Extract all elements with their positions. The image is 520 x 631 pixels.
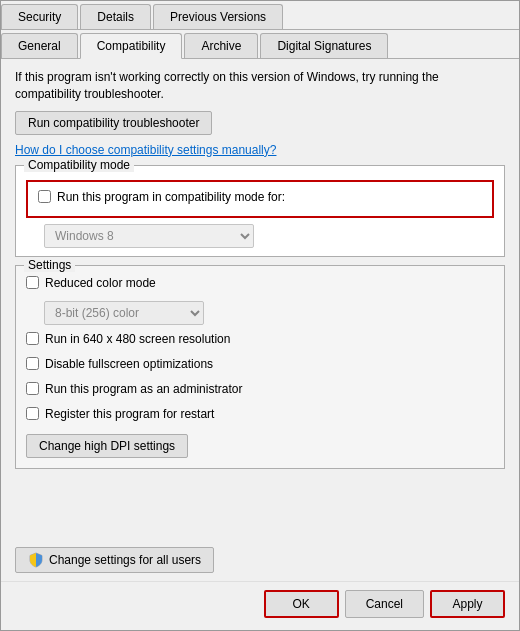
cancel-button[interactable]: Cancel <box>345 590 424 618</box>
compat-mode-box: Run this program in compatibility mode f… <box>26 180 494 218</box>
change-all-users-button[interactable]: Change settings for all users <box>15 547 214 573</box>
action-buttons-area: OK Cancel Apply <box>1 581 519 630</box>
content-area: If this program isn't working correctly … <box>1 59 519 539</box>
description-text: If this program isn't working correctly … <box>15 69 505 103</box>
register-restart-label: Register this program for restart <box>45 407 214 421</box>
ok-button[interactable]: OK <box>264 590 339 618</box>
run-as-admin-checkbox[interactable] <box>26 382 39 395</box>
tab-row-2: General Compatibility Archive Digital Si… <box>1 30 519 59</box>
dialog-window: Security Details Previous Versions Gener… <box>0 0 520 631</box>
color-dropdown-wrapper: 8-bit (256) color <box>44 301 494 325</box>
shield-icon <box>28 552 44 568</box>
run-troubleshooter-button[interactable]: Run compatibility troubleshooter <box>15 111 212 135</box>
tab-previous-versions[interactable]: Previous Versions <box>153 4 283 29</box>
settings-section-label: Settings <box>24 258 75 272</box>
apply-button[interactable]: Apply <box>430 590 505 618</box>
640x480-checkbox[interactable] <box>26 332 39 345</box>
compatibility-mode-section: Compatibility mode Run this program in c… <box>15 165 505 257</box>
compatibility-mode-label: Compatibility mode <box>24 158 134 172</box>
reduced-color-label: Reduced color mode <box>45 276 156 290</box>
settings-section: Settings Reduced color mode 8-bit (256) … <box>15 265 505 469</box>
tab-row-1: Security Details Previous Versions <box>1 1 519 30</box>
tab-compatibility[interactable]: Compatibility <box>80 33 183 59</box>
settings-item-0: Reduced color mode <box>26 276 494 290</box>
manual-settings-link[interactable]: How do I choose compatibility settings m… <box>15 143 505 157</box>
compat-mode-dropdown-wrapper: Windows 8 <box>44 224 254 248</box>
compat-mode-checkbox[interactable] <box>38 190 51 203</box>
640x480-label: Run in 640 x 480 screen resolution <box>45 332 230 346</box>
settings-item-3: Run this program as an administrator <box>26 382 494 396</box>
settings-item-1: Run in 640 x 480 screen resolution <box>26 332 494 346</box>
disable-fullscreen-label: Disable fullscreen optimizations <box>45 357 213 371</box>
tab-details[interactable]: Details <box>80 4 151 29</box>
reduced-color-checkbox[interactable] <box>26 276 39 289</box>
tab-digital-signatures[interactable]: Digital Signatures <box>260 33 388 58</box>
compat-mode-checkbox-label: Run this program in compatibility mode f… <box>57 190 285 204</box>
tab-general[interactable]: General <box>1 33 78 58</box>
tab-security[interactable]: Security <box>1 4 78 29</box>
change-all-users-label: Change settings for all users <box>49 553 201 567</box>
tab-archive[interactable]: Archive <box>184 33 258 58</box>
settings-item-4: Register this program for restart <box>26 407 494 421</box>
bottom-area: Change settings for all users <box>1 539 519 581</box>
settings-item-2: Disable fullscreen optimizations <box>26 357 494 371</box>
disable-fullscreen-checkbox[interactable] <box>26 357 39 370</box>
color-depth-dropdown[interactable]: 8-bit (256) color <box>44 301 204 325</box>
change-high-dpi-button[interactable]: Change high DPI settings <box>26 434 188 458</box>
compat-mode-dropdown[interactable]: Windows 8 <box>44 224 254 248</box>
compat-mode-checkbox-row: Run this program in compatibility mode f… <box>38 190 482 204</box>
run-as-admin-label: Run this program as an administrator <box>45 382 242 396</box>
register-restart-checkbox[interactable] <box>26 407 39 420</box>
